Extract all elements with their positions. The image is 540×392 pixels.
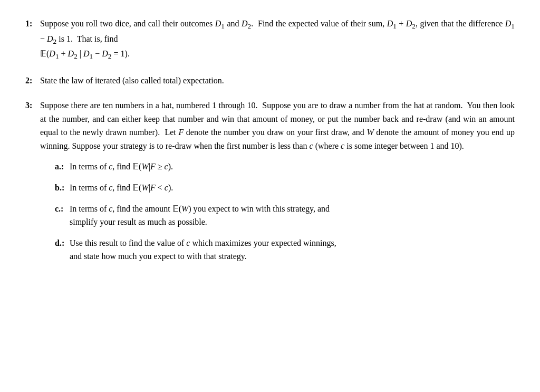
- subpart-3c: c.: In terms of c, find the amount 𝔼(W) …: [25, 202, 515, 229]
- subpart-3b-label: b.:: [55, 181, 70, 195]
- problem-1-number: 1:: [25, 17, 40, 31]
- subpart-3c-text: In terms of c, find the amount 𝔼(W) you …: [70, 202, 515, 229]
- subpart-3b-text: In terms of c, find 𝔼(W|F < c).: [70, 181, 515, 195]
- problem-3: 3: Suppose there are ten numbers in a ha…: [25, 99, 515, 263]
- subpart-3a-label: a.:: [55, 160, 70, 174]
- subpart-3a-text: In terms of c, find 𝔼(W|F ≥ c).: [70, 160, 515, 174]
- subpart-3c-label: c.:: [55, 202, 70, 216]
- subpart-3d: d.: Use this result to find the value of…: [25, 236, 515, 263]
- problem-3-number: 3:: [25, 99, 40, 112]
- subpart-3d-label: d.:: [55, 236, 70, 250]
- subpart-3d-text: Use this result to find the value of c w…: [70, 236, 515, 263]
- problem-1-text: Suppose you roll two dice, and call thei…: [40, 17, 515, 62]
- problem-1: 1: Suppose you roll two dice, and call t…: [25, 17, 515, 62]
- problem-3-text: Suppose there are ten numbers in a hat, …: [40, 99, 515, 152]
- subpart-3a: a.: In terms of c, find 𝔼(W|F ≥ c).: [25, 160, 515, 174]
- subpart-3b: b.: In terms of c, find 𝔼(W|F < c).: [25, 181, 515, 195]
- problem-2: 2: State the law of iterated (also calle…: [25, 74, 515, 88]
- problem-2-text: State the law of iterated (also called t…: [40, 74, 515, 88]
- problem-2-number: 2:: [25, 74, 40, 88]
